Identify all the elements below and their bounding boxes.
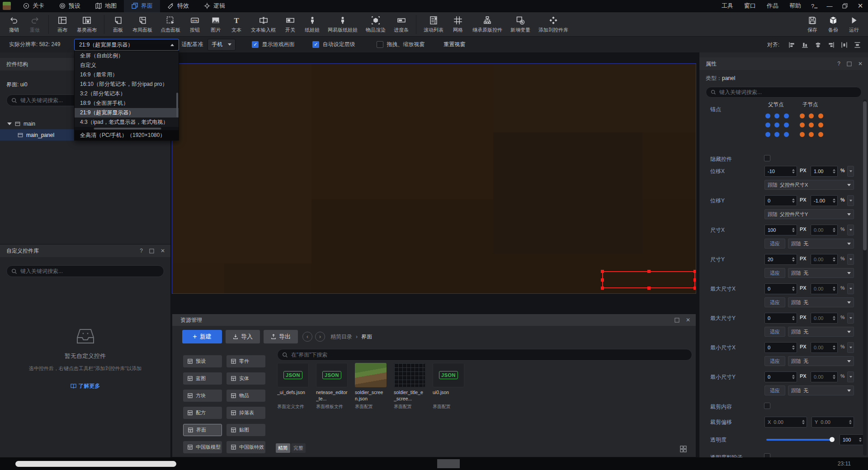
close-panel-icon[interactable]: ✕ xyxy=(160,248,165,254)
view-tab-2[interactable]: 完整 xyxy=(291,443,306,453)
anchor-dot[interactable] xyxy=(800,122,805,127)
ratio-option-5[interactable]: 3:2（部分笔记本） xyxy=(75,89,179,99)
caret-down-icon[interactable] xyxy=(7,122,12,125)
pct-input[interactable]: 0.00 xyxy=(811,254,838,265)
properties-scrollbar[interactable] xyxy=(863,99,867,456)
unit-toggle-icon[interactable] xyxy=(847,225,854,235)
unit-toggle-icon[interactable] xyxy=(847,166,854,177)
adapt-base-select[interactable]: 手机 xyxy=(208,39,236,51)
unit-toggle-icon[interactable] xyxy=(847,283,854,294)
anchor-dot[interactable] xyxy=(800,132,805,137)
ratio-option-fullhd[interactable]: 全高清（PC/手机）（1920×1080） xyxy=(75,130,179,140)
align-2-icon[interactable] xyxy=(802,42,808,48)
category-1-button[interactable]: 预设 xyxy=(183,355,222,367)
unit-toggle-icon[interactable] xyxy=(847,195,854,206)
px-input[interactable]: -10 xyxy=(764,166,797,177)
show-game-checkbox-group[interactable]: ✓ 显示游戏画面 xyxy=(252,41,294,48)
selected-control-outline[interactable] xyxy=(602,271,695,288)
clip-content-checkbox[interactable] xyxy=(764,403,770,409)
px-input[interactable]: 0 xyxy=(764,342,797,353)
file-tile-2[interactable]: JSONnetease_editor_te...界面模板文件 xyxy=(316,363,348,410)
ratio-select[interactable]: 21:9（超宽屏显示器） xyxy=(74,39,179,51)
opacity-children-checkbox[interactable] xyxy=(764,453,770,457)
game-preview[interactable] xyxy=(172,63,696,294)
dropdown-vscrollbar[interactable] xyxy=(176,51,178,127)
anchor-dot[interactable] xyxy=(818,122,823,127)
menu-item-3[interactable]: 地图 xyxy=(88,0,124,12)
follow-select[interactable]: 跟随无 xyxy=(788,356,854,366)
pct-input[interactable]: 0.00 xyxy=(811,283,838,294)
view-tab-1[interactable]: 精简 xyxy=(276,443,290,453)
menu-item-6[interactable]: 逻辑 xyxy=(196,0,232,12)
px-input[interactable]: 20 xyxy=(764,254,797,265)
stepper-icon[interactable] xyxy=(801,420,806,424)
category-9-button[interactable]: 界面 xyxy=(183,424,222,436)
float-panel-icon[interactable] xyxy=(675,318,679,323)
toolbar-click-panel-button[interactable]: 点击面板 xyxy=(156,15,184,34)
toolbar-text-input-button[interactable]: 文本输入框 xyxy=(247,15,280,34)
category-2-button[interactable]: 零件 xyxy=(226,355,265,367)
window-menu-item-3[interactable]: 作品 xyxy=(761,0,784,12)
hide-control-checkbox[interactable] xyxy=(764,155,770,161)
canvas-viewport[interactable]: 资源管理 ✕ + 新建 导入 导出 ‹ › 精简目录 › xyxy=(171,52,699,457)
anchor-dot[interactable] xyxy=(765,113,770,118)
properties-search-input[interactable]: 键入关键词搜索... xyxy=(706,87,862,98)
anchor-dot[interactable] xyxy=(809,113,814,118)
dropdown-hscrollbar[interactable] xyxy=(75,127,179,130)
float-panel-icon[interactable] xyxy=(847,61,852,66)
category-3-button[interactable]: 蓝图 xyxy=(183,372,222,385)
app-logo-icon[interactable] xyxy=(3,2,11,10)
px-input[interactable]: 0 xyxy=(764,283,797,294)
toolbar-run-button[interactable]: 运行 xyxy=(844,15,864,34)
toolbar-panel-button[interactable]: 面板 xyxy=(108,15,128,34)
category-11-button[interactable]: 中国版模型 xyxy=(183,441,222,453)
resize-handle-se[interactable] xyxy=(693,287,696,290)
toolbar-button-button[interactable]: BTN按钮 xyxy=(184,15,205,34)
pct-input[interactable]: 0.00 xyxy=(811,313,838,324)
help-feedback-icon[interactable]: ?▁ xyxy=(807,0,822,12)
fit-button[interactable]: 适应 xyxy=(764,239,785,249)
anchor-dot[interactable] xyxy=(774,113,779,118)
file-tile-5[interactable]: JSONui0.json界面配置 xyxy=(433,363,464,410)
stepper-icon[interactable] xyxy=(832,228,836,232)
show-game-checkbox[interactable]: ✓ xyxy=(252,41,259,48)
window-menu-item-1[interactable]: 工具 xyxy=(716,0,739,12)
menu-item-5[interactable]: 特效 xyxy=(160,0,196,12)
toolbar-image-button[interactable]: 图片 xyxy=(205,15,226,34)
opacity-input[interactable]: 100 xyxy=(840,434,864,445)
anchor-dot[interactable] xyxy=(784,122,789,127)
toolbar-layout-panel-button[interactable]: 布局面板 xyxy=(128,15,156,34)
category-4-button[interactable]: 实体 xyxy=(226,372,265,385)
category-5-button[interactable]: 方块 xyxy=(183,390,222,402)
stepper-icon[interactable] xyxy=(791,228,796,232)
ratio-option-4[interactable]: 16:10（部分笔记本，部分ipad pro） xyxy=(75,80,179,89)
stepper-icon[interactable] xyxy=(832,257,836,262)
file-tile-4[interactable]: soldier_title_e_scree...界面配置 xyxy=(394,363,425,410)
toolbar-progress-button[interactable]: 进度条 xyxy=(390,15,413,34)
toolbar-text-button[interactable]: T文本 xyxy=(226,15,247,34)
minimize-button[interactable]: — xyxy=(822,0,837,12)
category-8-button[interactable]: 掉落表 xyxy=(226,407,265,419)
stepper-icon[interactable] xyxy=(832,169,836,174)
clip-y-input[interactable]: Y0.00 xyxy=(811,417,854,428)
stepper-icon[interactable] xyxy=(791,287,796,291)
toolbar-item-render-button[interactable]: 物品渲染 xyxy=(362,15,390,34)
stepper-icon[interactable] xyxy=(848,420,853,424)
file-tile-3[interactable]: soldier_screen.json界面配置 xyxy=(355,363,387,410)
stepper-icon[interactable] xyxy=(791,257,796,262)
toolbar-switch-button[interactable]: 开关 xyxy=(280,15,301,34)
file-tile-1[interactable]: JSON_ui_defs.json界面定义文件 xyxy=(277,363,309,410)
resource-search-input[interactable]: 在"界面"下搜索 xyxy=(277,349,692,361)
anchor-dot[interactable] xyxy=(818,132,823,137)
auto-layer-checkbox[interactable]: ✓ xyxy=(312,41,319,48)
follow-select[interactable]: 跟随无 xyxy=(788,297,854,307)
resize-handle-ne[interactable] xyxy=(693,270,696,273)
grid-view-icon[interactable] xyxy=(680,446,687,452)
toolbar-add-library-button[interactable]: 添加到控件库 xyxy=(534,15,572,34)
align-1-icon[interactable] xyxy=(788,42,795,48)
window-menu-item-4[interactable]: 帮助 xyxy=(784,0,807,12)
toolbar-inherit-button[interactable]: 继承原版控件 xyxy=(468,15,506,34)
library-search-input[interactable]: 键入关键词搜索... xyxy=(6,265,164,277)
ratio-option-7[interactable]: 21:9（超宽屏显示器） xyxy=(75,108,179,118)
stepper-icon[interactable] xyxy=(832,198,836,203)
